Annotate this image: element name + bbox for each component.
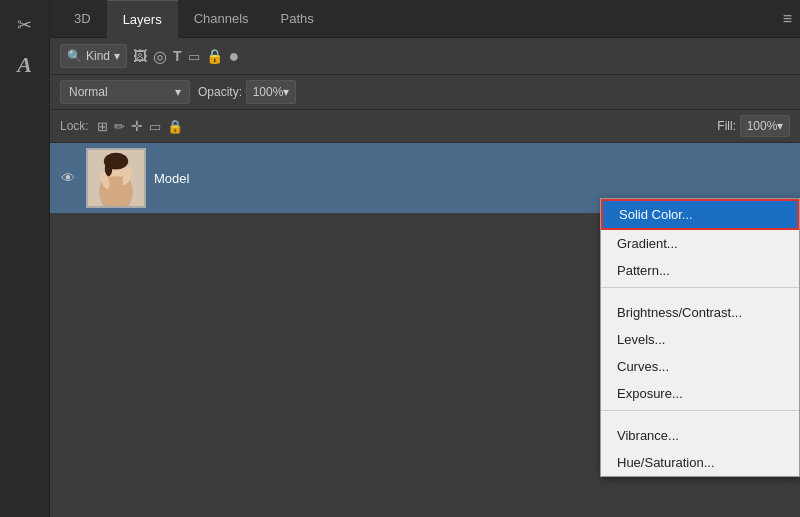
layers-panel: 🔍 Kind ▾ 🖼 ◎ T ▭ 🔒 ● Normal ▾ Opacity: <box>50 38 800 517</box>
kind-dot-icon[interactable]: ● <box>229 46 240 67</box>
tab-paths[interactable]: Paths <box>265 0 330 38</box>
kind-lock-icon[interactable]: 🔒 <box>206 48 223 64</box>
fill-group: Fill: 100% ▾ <box>717 115 790 137</box>
layer-item-model[interactable]: 👁 <box>50 143 800 213</box>
kind-icons: 🖼 ◎ T ▭ 🔒 ● <box>133 46 239 67</box>
tab-3d[interactable]: 3D <box>58 0 107 38</box>
blend-dropdown-icon: ▾ <box>175 85 181 99</box>
layer-visibility-icon[interactable]: 👁 <box>58 168 78 188</box>
blend-mode-select[interactable]: Normal ▾ <box>60 80 190 104</box>
svg-point-4 <box>105 161 112 176</box>
lock-move-icon[interactable]: ✛ <box>131 118 143 134</box>
opacity-dropdown-icon: ▾ <box>283 85 289 99</box>
menu-separator-1 <box>601 291 799 299</box>
menu-divider-1 <box>601 287 799 288</box>
lock-label: Lock: <box>60 119 89 133</box>
lock-paint-icon[interactable]: ✏ <box>114 119 125 134</box>
menu-item-vibrance[interactable]: Vibrance... <box>601 422 799 449</box>
fill-input[interactable]: 100% ▾ <box>740 115 790 137</box>
context-menu: Solid Color... Gradient... Pattern... Br… <box>600 198 800 477</box>
lock-all-icon[interactable]: 🔒 <box>167 119 183 134</box>
menu-item-levels[interactable]: Levels... <box>601 326 799 353</box>
kind-rect-icon[interactable]: ▭ <box>188 49 200 64</box>
layer-list: 👁 <box>50 143 800 517</box>
lock-transparent-icon[interactable]: ⊞ <box>97 119 108 134</box>
menu-item-hue-saturation[interactable]: Hue/Saturation... <box>601 449 799 476</box>
text-tool[interactable]: A <box>10 50 40 80</box>
kind-circle-icon[interactable]: ◎ <box>153 47 167 66</box>
lock-icons: ⊞ ✏ ✛ ▭ 🔒 <box>97 118 183 134</box>
kind-select[interactable]: 🔍 Kind ▾ <box>60 44 127 68</box>
tab-channels[interactable]: Channels <box>178 0 265 38</box>
opacity-input[interactable]: 100% ▾ <box>246 80 296 104</box>
main-panel: 3D Layers Channels Paths ≡ 🔍 Kind ▾ 🖼 ◎ … <box>50 0 800 517</box>
left-toolbar: ✂ A <box>0 0 50 517</box>
kind-label: Kind <box>86 49 110 63</box>
lock-row: Lock: ⊞ ✏ ✛ ▭ 🔒 Fill: 100% ▾ <box>50 110 800 143</box>
opacity-group: Opacity: 100% ▾ <box>198 80 296 104</box>
kind-row: 🔍 Kind ▾ 🖼 ◎ T ▭ 🔒 ● <box>50 38 800 75</box>
search-icon: 🔍 <box>67 49 82 63</box>
lock-artboard-icon[interactable]: ▭ <box>149 119 161 134</box>
menu-item-pattern[interactable]: Pattern... <box>601 257 799 284</box>
kind-image-icon[interactable]: 🖼 <box>133 48 147 64</box>
fill-label: Fill: <box>717 119 736 133</box>
blend-row: Normal ▾ Opacity: 100% ▾ <box>50 75 800 110</box>
menu-divider-2 <box>601 410 799 411</box>
tab-layers[interactable]: Layers <box>107 0 178 38</box>
menu-item-exposure[interactable]: Exposure... <box>601 380 799 407</box>
menu-item-solid-color[interactable]: Solid Color... <box>601 199 799 230</box>
layer-thumbnail <box>86 148 146 208</box>
fill-dropdown-icon: ▾ <box>777 119 783 133</box>
scissors-tool[interactable]: ✂ <box>10 10 40 40</box>
layer-name: Model <box>154 171 189 186</box>
menu-item-brightness-contrast[interactable]: Brightness/Contrast... <box>601 299 799 326</box>
tab-bar: 3D Layers Channels Paths ≡ <box>50 0 800 38</box>
kind-dropdown-icon: ▾ <box>114 49 120 63</box>
panel-menu-icon[interactable]: ≡ <box>783 10 792 28</box>
kind-text-icon[interactable]: T <box>173 48 182 64</box>
blend-mode-value: Normal <box>69 85 108 99</box>
menu-item-curves[interactable]: Curves... <box>601 353 799 380</box>
menu-separator-2 <box>601 414 799 422</box>
opacity-label: Opacity: <box>198 85 242 99</box>
menu-item-gradient[interactable]: Gradient... <box>601 230 799 257</box>
